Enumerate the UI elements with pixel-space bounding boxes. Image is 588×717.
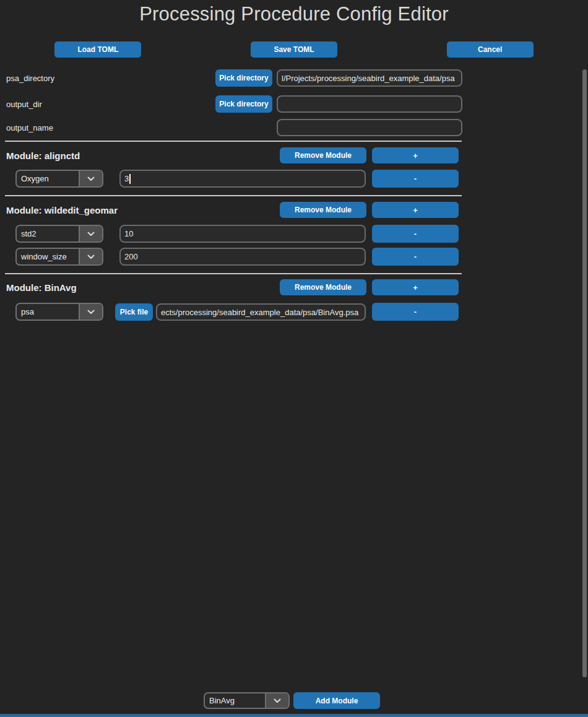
toolbar-col-save: Save TOML (196, 41, 392, 58)
pick-directory-button[interactable]: Pick directory (215, 69, 272, 87)
text-cursor (129, 174, 131, 184)
chevron-down-icon (79, 226, 102, 241)
field-label-output-name: output_name (6, 123, 53, 133)
module-separator (5, 141, 462, 142)
add-param-button[interactable]: + (372, 202, 459, 218)
param-value-input[interactable]: 200 (119, 248, 366, 266)
module-title: Module: wildedit_geomar (6, 205, 118, 215)
module-separator (5, 195, 462, 196)
field-label-psa-directory: psa_directory (6, 74, 54, 83)
param-value-text: 10 (124, 229, 133, 238)
pick-file-button[interactable]: Pick file (115, 303, 153, 321)
module-type-select[interactable]: BinAvg (204, 692, 290, 709)
param-name-value: psa (17, 304, 79, 319)
param-row: psa Pick file ects/processing/seabird_ex… (0, 303, 588, 321)
remove-module-button[interactable]: Remove Module (280, 147, 366, 163)
chevron-down-icon (79, 171, 102, 186)
output-dir-input[interactable] (277, 95, 462, 113)
field-row-output-name: output_name (0, 119, 588, 136)
param-name-value: Oxygen (17, 171, 79, 186)
toolbar: Load TOML Save TOML Cancel (0, 41, 588, 58)
field-row-psa-directory: psa_directory Pick directory l/Projects/… (0, 69, 588, 87)
toolbar-col-cancel: Cancel (392, 41, 588, 58)
param-row: Oxygen 3 - (0, 170, 588, 188)
param-name-value: window_size (17, 249, 79, 264)
param-name-select[interactable]: Oxygen (15, 170, 103, 188)
param-name-select[interactable]: std2 (15, 225, 103, 243)
remove-module-button[interactable]: Remove Module (280, 279, 366, 295)
module-title: Module: alignctd (6, 150, 80, 161)
vertical-scrollbar[interactable] (582, 69, 587, 677)
param-name-select[interactable]: window_size (15, 248, 103, 266)
param-row: std2 10 - (0, 225, 588, 243)
field-label-output-dir: output_dir (6, 100, 42, 109)
output-name-input[interactable] (277, 119, 462, 136)
remove-param-button[interactable]: - (372, 225, 459, 243)
param-row: window_size 200 - (0, 248, 588, 266)
module-header-binavg: Module: BinAvg Remove Module + (0, 279, 588, 295)
cancel-button[interactable]: Cancel (447, 41, 534, 58)
save-toml-button[interactable]: Save TOML (251, 41, 337, 58)
footer-row: BinAvg Add Module (0, 692, 588, 709)
module-header-wildedit-geomar: Module: wildedit_geomar Remove Module + (0, 202, 588, 218)
param-value-text: 200 (124, 252, 138, 261)
param-value-text: 3 (124, 174, 129, 183)
remove-param-button[interactable]: - (372, 170, 459, 188)
config-editor-window: Processing Procedure Config Editor Load … (0, 0, 588, 717)
param-value-input[interactable]: ects/processing/seabird_example_data/psa… (156, 303, 366, 321)
toolbar-col-load: Load TOML (0, 41, 196, 58)
remove-module-button[interactable]: Remove Module (280, 202, 366, 218)
module-type-value: BinAvg (205, 693, 265, 708)
add-param-button[interactable]: + (372, 279, 459, 295)
page-title: Processing Procedure Config Editor (0, 3, 588, 25)
remove-param-button[interactable]: - (372, 248, 459, 266)
module-separator (5, 273, 462, 274)
param-value-input[interactable]: 10 (119, 225, 366, 243)
load-toml-button[interactable]: Load TOML (54, 41, 141, 58)
param-value-text: ects/processing/seabird_example_data/psa… (161, 308, 358, 317)
chevron-down-icon (79, 249, 102, 264)
psa-directory-input[interactable]: l/Projects/processing/seabird_example_da… (277, 69, 462, 87)
chevron-down-icon (79, 304, 102, 319)
param-value-input[interactable]: 3 (119, 170, 366, 188)
chevron-down-icon (265, 693, 288, 708)
remove-param-button[interactable]: - (372, 303, 459, 321)
module-header-alignctd: Module: alignctd Remove Module + (0, 147, 588, 163)
window-bottom-accent-bar (0, 714, 588, 717)
psa-directory-value: l/Projects/processing/seabird_example_da… (282, 74, 455, 83)
param-name-value: std2 (17, 226, 79, 241)
pick-directory-button[interactable]: Pick directory (215, 95, 272, 113)
add-param-button[interactable]: + (372, 147, 459, 163)
add-module-button[interactable]: Add Module (293, 692, 380, 709)
param-name-select[interactable]: psa (15, 303, 103, 321)
module-title: Module: BinAvg (6, 282, 77, 293)
field-row-output-dir: output_dir Pick directory (0, 95, 588, 113)
